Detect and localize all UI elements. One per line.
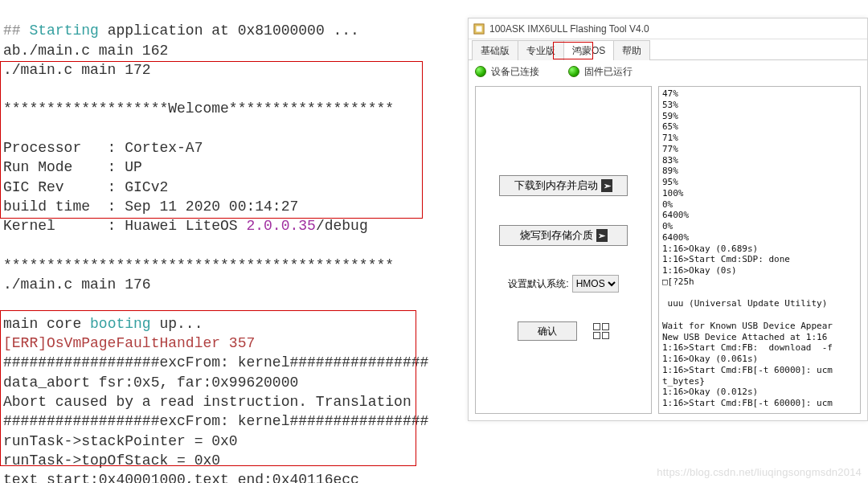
kernel-label: Kernel : [3, 218, 125, 234]
runmode-label: Run Mode : [3, 159, 125, 175]
topofstack-line: runTask->topOfStack = 0x0 [3, 452, 220, 469]
flashing-tool-window: 100ASK IMX6ULL Flashing Tool V4.0 基础版 专业… [468, 18, 868, 421]
tab-help[interactable]: 帮助 [613, 40, 650, 60]
default-system-select[interactable]: HMOS [572, 275, 619, 293]
app-icon [473, 23, 485, 35]
data-abort-line: data_abort fsr:0x5, far:0x99620000 [3, 375, 298, 391]
boot-suffix: up... [151, 316, 203, 332]
status-connected: 设备已连接 [475, 65, 539, 79]
tool-body: 下载到内存并启动 ➣ 烧写到存储介质 ➣ 设置默认系统: HMOS 确认 47%… [469, 83, 867, 419]
buildtime-label: build time : [3, 199, 125, 215]
burn-button-label: 烧写到存储介质 [520, 228, 593, 243]
led-running-icon [568, 66, 579, 77]
svg-rect-1 [477, 26, 482, 31]
titlebar: 100ASK IMX6ULL Flashing Tool V4.0 [469, 18, 867, 39]
excfrom-1: ##################excFrom: kernel#######… [3, 354, 428, 370]
processor-label: Processor : [3, 140, 125, 156]
kernel-name: Huawei LiteOS [125, 218, 246, 234]
tab-bar: 基础版 专业版 鸿蒙OS 帮助 [469, 39, 867, 60]
status-bar: 设备已连接 固件已运行 [469, 60, 867, 83]
log-panel[interactable]: 47% 53% 59% 65% 71% 77% 83% 89% 95% 100%… [658, 86, 861, 414]
abort-cause-line: Abort caused by a read instruction. Tran… [3, 394, 411, 410]
hash-prefix: ## [3, 23, 21, 39]
stackpointer-line: runTask->stackPointer = 0x0 [3, 433, 238, 449]
status-connected-label: 设备已连接 [491, 65, 539, 79]
main-log-1: ab./main.c main 162 [3, 43, 168, 59]
confirm-button[interactable]: 确认 [518, 321, 577, 341]
arrow-icon: ➣ [596, 229, 608, 242]
divider-stars: ****************************************… [3, 257, 394, 273]
status-running: 固件已运行 [568, 65, 633, 79]
watermark: https://blog.csdn.net/liuqingsongmsdn201… [657, 466, 862, 478]
error-line: [ERR]OsVmPageFaultHandler 357 [3, 335, 255, 351]
processor-value: Cortex-A7 [125, 140, 203, 156]
download-button-label: 下载到内存并启动 [514, 178, 598, 193]
terminal-output: ## Starting application at 0x81000000 ..… [0, 0, 466, 482]
qr-icon[interactable] [593, 323, 609, 339]
control-panel: 下载到内存并启动 ➣ 烧写到存储介质 ➣ 设置默认系统: HMOS 确认 [475, 86, 652, 414]
gic-value: GICv2 [125, 179, 168, 195]
start-address: application at 0x81000000 ... [99, 23, 359, 39]
boot-prefix: main core [3, 316, 90, 332]
led-connected-icon [475, 66, 486, 77]
arrow-icon: ➣ [601, 179, 612, 192]
default-system-row: 设置默认系统: HMOS [508, 275, 618, 293]
kernel-version: 2.0.0.35 [246, 218, 315, 234]
tab-harmonyos[interactable]: 鸿蒙OS [563, 40, 614, 60]
welcome-header: *******************Welcome**************… [3, 100, 394, 117]
booting-keyword: booting [90, 316, 151, 332]
tab-basic[interactable]: 基础版 [472, 40, 518, 60]
download-to-memory-button[interactable]: 下载到内存并启动 ➣ [499, 175, 628, 196]
window-title: 100ASK IMX6ULL Flashing Tool V4.0 [489, 23, 649, 35]
starting-keyword: Starting [29, 23, 98, 39]
default-system-label: 设置默认系统: [508, 277, 568, 291]
main-log-3: ./main.c main 176 [3, 276, 151, 293]
text-segment-line: text_start:0x40001000,text_end:0x40116ec… [3, 472, 359, 483]
runmode-value: UP [125, 159, 142, 175]
tab-pro[interactable]: 专业版 [518, 40, 564, 60]
buildtime-value: Sep 11 2020 00:14:27 [125, 199, 298, 215]
status-running-label: 固件已运行 [584, 65, 633, 79]
main-log-2: ./main.c main 172 [3, 62, 151, 78]
gic-label: GIC Rev : [3, 179, 125, 195]
burn-to-storage-button[interactable]: 烧写到存储介质 ➣ [499, 225, 628, 246]
excfrom-2: ##################excFrom: kernel#######… [3, 413, 428, 429]
confirm-row: 确认 [518, 321, 609, 341]
kernel-debug: /debug [316, 218, 368, 234]
